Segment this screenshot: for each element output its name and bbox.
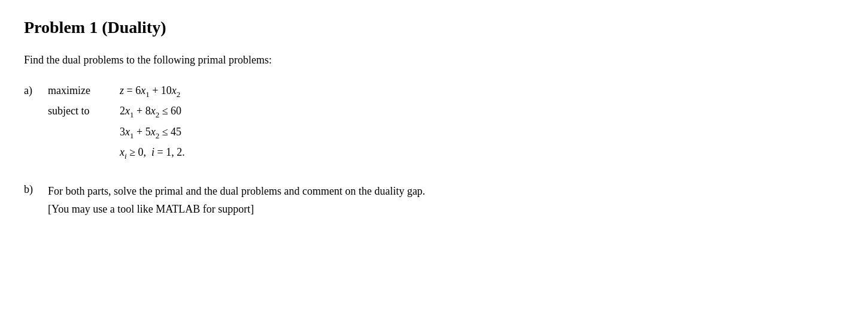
constraint-1: 2x1 + 8x2 ≤ 60 [120,101,181,122]
constraint-2: 3x1 + 5x2 ≤ 45 [120,122,838,143]
part-b-label: b) [24,183,43,196]
intro-text: Find the dual problems to the following … [24,54,838,66]
part-b-text: For both parts, solve the primal and the… [48,183,425,218]
objective-expr: z = 6x1 + 10x2 [120,81,180,101]
maximize-keyword: maximize [48,81,120,100]
part-b-row: b) For both parts, solve the primal and … [24,183,838,218]
part-a-label: a) [24,81,48,100]
page-title: Problem 1 (Duality) [24,18,838,37]
constraint-3: xi ≥ 0, i = 1, 2. [120,143,838,164]
part-b-line2: [You may use a tool like MATLAB for supp… [48,203,254,215]
maximize-row: a) maximize z = 6x1 + 10x2 [24,81,838,101]
problem-a-section: a) maximize z = 6x1 + 10x2 subject to 2x… [24,81,838,164]
problem-b-section: b) For both parts, solve the primal and … [24,183,838,218]
subject-to-keyword: subject to [48,101,120,120]
subject-to-row: subject to 2x1 + 8x2 ≤ 60 [24,101,838,122]
constraints-block: 3x1 + 5x2 ≤ 45 xi ≥ 0, i = 1, 2. [120,122,838,164]
part-b-line1: For both parts, solve the primal and the… [48,185,425,197]
